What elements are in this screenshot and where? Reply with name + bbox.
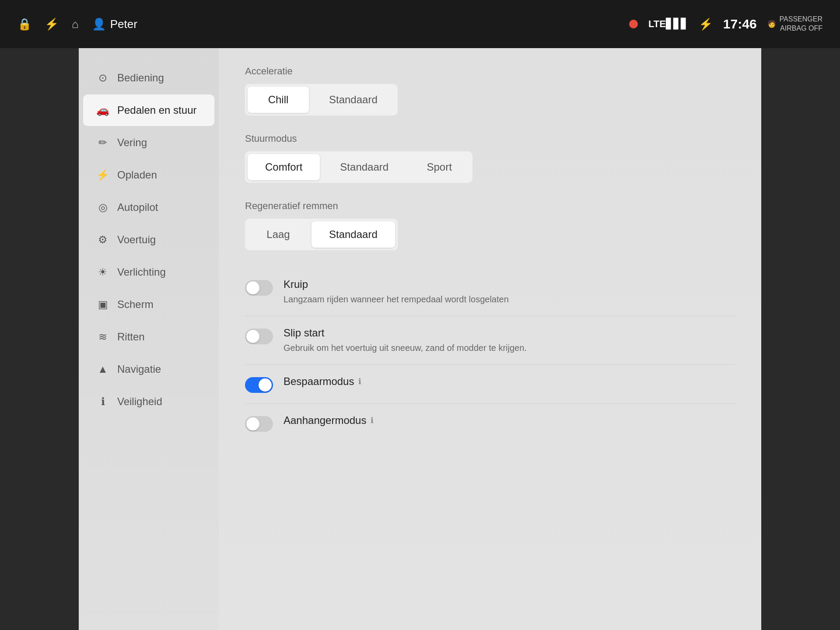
sidebar-label-navigatie: Navigatie — [117, 363, 161, 375]
status-bar: 🔒 ⚡ ⌂ 👤 Peter LTE▋▋▋ ⚡ 17:46 🧑 PASSENGER… — [0, 0, 840, 48]
kruip-title: Kruip — [284, 278, 735, 290]
status-bar-left: 🔒 ⚡ ⌂ 👤 Peter — [18, 18, 629, 31]
passenger-icon: 🧑 — [767, 20, 776, 29]
stuurmodus-sport-button[interactable]: Sport — [409, 154, 470, 180]
acceleratie-options: Chill Standaard — [245, 84, 398, 116]
slip-start-desc: Gebruik om het voertuig uit sneeuw, zand… — [284, 342, 735, 354]
user-name: Peter — [110, 18, 137, 31]
acceleratie-standaard-button[interactable]: Standaard — [312, 87, 395, 113]
slip-start-text: Slip start Gebruik om het voertuig uit s… — [284, 327, 735, 354]
regeneratief-section: Regeneratief remmen Laag Standaard — [245, 200, 735, 250]
scherm-icon: ▣ — [96, 298, 109, 311]
status-bar-right: LTE▋▋▋ ⚡ 17:46 🧑 PASSENGERAIRBAG OFF — [629, 15, 822, 33]
sidebar-item-bediening[interactable]: ⊙ Bediening — [83, 62, 214, 94]
main-content: ⊙ Bediening 🚗 Pedalen en stuur ✏ Vering … — [79, 48, 761, 630]
verlichting-icon: ☀ — [96, 266, 109, 278]
sidebar-label-ritten: Ritten — [117, 331, 145, 343]
aanhangermodus-toggle[interactable] — [245, 416, 273, 432]
bespaarmodus-title: Bespaarmodus ℹ — [284, 375, 735, 388]
bediening-icon: ⊙ — [96, 72, 109, 84]
bespaarmodus-knob — [259, 378, 272, 392]
sidebar-label-voertuig: Voertuig — [117, 234, 156, 246]
regeneratief-laag-button[interactable]: Laag — [248, 221, 309, 248]
sidebar-label-scherm: Scherm — [117, 298, 154, 311]
vering-icon: ✏ — [96, 136, 109, 149]
sidebar-item-voertuig[interactable]: ⚙ Voertuig — [83, 224, 214, 256]
sidebar-label-bediening: Bediening — [117, 72, 164, 84]
sidebar-item-navigatie[interactable]: ▲ Navigatie — [83, 354, 214, 385]
aanhangermodus-toggle-item: Aanhangermodus ℹ — [245, 404, 735, 442]
sidebar-item-opladen[interactable]: ⚡ Opladen — [83, 159, 214, 191]
toggle-items-container: Kruip Langzaam rijden wanneer het remped… — [245, 268, 735, 442]
sidebar-item-veiligheid[interactable]: ℹ Veiligheid — [83, 386, 214, 417]
sidebar-label-vering: Vering — [117, 136, 147, 149]
sidebar-item-ritten[interactable]: ≋ Ritten — [83, 321, 214, 353]
bespaarmodus-info-icon[interactable]: ℹ — [358, 377, 361, 386]
passenger-label: PASSENGERAIRBAG OFF — [780, 15, 822, 33]
ritten-icon: ≋ — [96, 331, 109, 343]
kruip-knob — [246, 281, 259, 294]
kruip-toggle[interactable] — [245, 280, 273, 296]
charge-icon: ⚡ — [45, 18, 59, 31]
stuurmodus-title: Stuurmodus — [245, 133, 735, 144]
aanhangermodus-title: Aanhangermodus ℹ — [284, 414, 735, 427]
acceleratie-chill-button[interactable]: Chill — [248, 87, 309, 113]
kruip-desc: Langzaam rijden wanneer het rempedaal wo… — [284, 293, 735, 305]
sidebar-item-verlichting[interactable]: ☀ Verlichting — [83, 256, 214, 288]
record-indicator — [629, 20, 638, 28]
user-icon: 👤 — [92, 18, 106, 31]
opladen-icon: ⚡ — [96, 169, 109, 181]
voertuig-icon: ⚙ — [96, 234, 109, 246]
pedalen-icon: 🚗 — [96, 104, 109, 116]
slip-start-title: Slip start — [284, 327, 735, 339]
sidebar-item-autopilot[interactable]: ◎ Autopilot — [83, 192, 214, 223]
regeneratief-options: Laag Standaard — [245, 219, 398, 250]
slip-start-knob — [246, 330, 259, 343]
autopilot-icon: ◎ — [96, 201, 109, 214]
acceleratie-section: Acceleratie Chill Standaard — [245, 66, 735, 116]
acceleratie-title: Acceleratie — [245, 66, 735, 77]
stuurmodus-comfort-button[interactable]: Comfort — [248, 154, 320, 180]
bespaarmodus-toggle[interactable] — [245, 377, 273, 393]
navigatie-icon: ▲ — [96, 363, 109, 375]
bespaarmodus-text: Bespaarmodus ℹ — [284, 375, 735, 388]
regeneratief-title: Regeneratief remmen — [245, 200, 735, 212]
sidebar-item-pedalen[interactable]: 🚗 Pedalen en stuur — [83, 94, 214, 126]
user-profile[interactable]: 👤 Peter — [92, 18, 137, 31]
sidebar-item-scherm[interactable]: ▣ Scherm — [83, 289, 214, 320]
bespaarmodus-toggle-item: Bespaarmodus ℹ — [245, 365, 735, 404]
sidebar-label-opladen: Opladen — [117, 169, 157, 181]
sidebar-label-verlichting: Verlichting — [117, 266, 166, 278]
settings-panel: Acceleratie Chill Standaard Stuurmodus C… — [219, 48, 761, 630]
sidebar-label-veiligheid: Veiligheid — [117, 396, 162, 408]
lte-indicator: LTE▋▋▋ — [648, 18, 688, 30]
veiligheid-icon: ℹ — [96, 396, 109, 408]
clock: 17:46 — [723, 17, 757, 32]
sidebar: ⊙ Bediening 🚗 Pedalen en stuur ✏ Vering … — [79, 48, 219, 630]
regeneratief-standaard-button[interactable]: Standaard — [312, 221, 395, 248]
bluetooth-icon: ⚡ — [699, 18, 713, 31]
passenger-airbag-info: 🧑 PASSENGERAIRBAG OFF — [767, 15, 822, 33]
stuurmodus-standaard-button[interactable]: Standaard — [322, 154, 406, 180]
home-icon: ⌂ — [72, 18, 79, 31]
slip-start-toggle[interactable] — [245, 329, 273, 344]
aanhangermodus-text: Aanhangermodus ℹ — [284, 414, 735, 427]
sidebar-label-autopilot: Autopilot — [117, 201, 158, 214]
aanhangermodus-info-icon[interactable]: ℹ — [371, 416, 374, 425]
kruip-toggle-item: Kruip Langzaam rijden wanneer het remped… — [245, 268, 735, 316]
kruip-text: Kruip Langzaam rijden wanneer het remped… — [284, 278, 735, 305]
lock-icon: 🔒 — [18, 18, 32, 31]
stuurmodus-section: Stuurmodus Comfort Standaard Sport — [245, 133, 735, 183]
stuurmodus-options: Comfort Standaard Sport — [245, 151, 472, 183]
sidebar-item-vering[interactable]: ✏ Vering — [83, 127, 214, 158]
aanhangermodus-knob — [246, 417, 259, 430]
slip-start-toggle-item: Slip start Gebruik om het voertuig uit s… — [245, 316, 735, 365]
sidebar-label-pedalen: Pedalen en stuur — [117, 104, 196, 116]
